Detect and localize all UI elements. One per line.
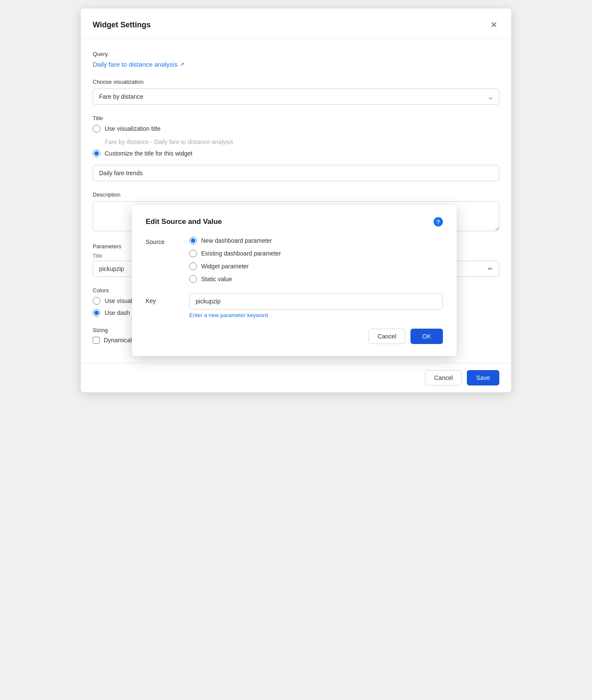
source-static-value-label: Static value: [201, 276, 232, 282]
visualization-select-wrapper: Fare by distance ⌄: [93, 88, 499, 105]
source-widget-param-radio[interactable]: Widget parameter: [189, 262, 281, 270]
use-viz-title-label: Use visualization title: [105, 125, 161, 132]
overlay-radio-group: New dashboard parameter Existing dashboa…: [189, 237, 281, 283]
source-widget-param-label: Widget parameter: [201, 263, 249, 270]
footer-save-button[interactable]: Save: [467, 370, 499, 385]
title-radio-group: Use visualization title Fare by distance…: [93, 125, 499, 181]
visualization-section: Choose visualization Fare by distance ⌄: [93, 79, 499, 105]
footer-cancel-button[interactable]: Cancel: [425, 370, 462, 385]
close-button[interactable]: ✕: [489, 19, 499, 31]
widget-settings-modal: Widget Settings ✕ Query Daily fare to di…: [81, 9, 511, 392]
overlay-header: Edit Source and Value ?: [146, 217, 443, 226]
customize-title-input[interactable]: [93, 150, 100, 157]
source-widget-param-input[interactable]: [189, 262, 197, 270]
overlay-key-input[interactable]: [189, 293, 443, 309]
modal-header: Widget Settings ✕: [81, 9, 511, 39]
use-viz-title-input[interactable]: [93, 125, 100, 132]
visualization-select[interactable]: Fare by distance: [93, 88, 499, 105]
source-existing-dashboard-label: Existing dashboard parameter: [201, 250, 281, 257]
use-visual-label: Use visual: [105, 297, 132, 304]
edit-source-dialog: Edit Source and Value ? Source New dashb…: [132, 205, 457, 356]
custom-title-input[interactable]: [93, 165, 499, 181]
overlay-key-row: Key Enter a new parameter keyword: [146, 293, 443, 318]
param-col1-value: pickupzip: [99, 265, 124, 272]
help-icon[interactable]: ?: [434, 217, 443, 226]
use-viz-title-radio[interactable]: Use visualization title: [93, 125, 499, 132]
overlay-key-hint: Enter a new parameter keyword: [189, 312, 443, 318]
external-link-icon: ↗: [180, 61, 185, 68]
source-existing-dashboard-radio[interactable]: Existing dashboard parameter: [189, 250, 281, 257]
viz-title-placeholder: Fare by distance - Daily fare to distanc…: [105, 138, 499, 145]
source-new-dashboard-input[interactable]: [189, 237, 197, 244]
description-label: Description: [93, 191, 499, 198]
overlay-source-row: Source New dashboard parameter Existing …: [146, 237, 443, 283]
customize-title-radio[interactable]: Customize the title for this widget: [93, 150, 499, 157]
source-existing-dashboard-input[interactable]: [189, 250, 197, 257]
modal-footer: Cancel Save: [81, 363, 511, 392]
overlay-cancel-button[interactable]: Cancel: [369, 329, 405, 344]
use-dash-input[interactable]: [93, 309, 100, 317]
use-dash-label: Use dash: [105, 309, 130, 316]
source-static-value-input[interactable]: [189, 275, 197, 283]
param-col2-edit-icon[interactable]: ✏: [488, 265, 493, 272]
overlay-key-input-wrap: Enter a new parameter keyword: [189, 293, 443, 318]
sizing-checkbox[interactable]: [93, 337, 100, 344]
source-new-dashboard-radio[interactable]: New dashboard parameter: [189, 237, 281, 244]
source-static-value-radio[interactable]: Static value: [189, 275, 281, 283]
use-visual-input[interactable]: [93, 297, 100, 305]
overlay-source-label: Source: [146, 237, 176, 283]
modal-title: Widget Settings: [93, 21, 151, 29]
visualization-label: Choose visualization: [93, 79, 499, 85]
overlay-key-label: Key: [146, 293, 176, 304]
title-label: Title: [93, 115, 499, 121]
source-new-dashboard-label: New dashboard parameter: [201, 237, 272, 244]
query-section: Query Daily fare to distance analysis ↗: [93, 51, 499, 68]
customize-title-label: Customize the title for this widget: [105, 150, 192, 157]
overlay-footer: Cancel OK: [146, 329, 443, 344]
query-link[interactable]: Daily fare to distance analysis ↗: [93, 61, 185, 68]
overlay-ok-button[interactable]: OK: [410, 329, 443, 344]
query-link-text: Daily fare to distance analysis: [93, 61, 177, 68]
query-label: Query: [93, 51, 499, 57]
title-section: Title Use visualization title Fare by di…: [93, 115, 499, 181]
overlay-title: Edit Source and Value: [146, 218, 222, 226]
